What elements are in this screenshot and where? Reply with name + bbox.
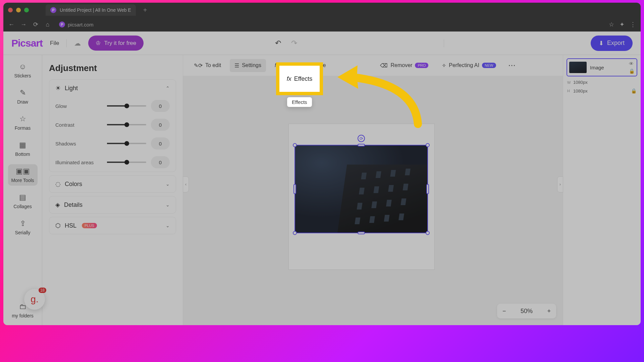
plus-badge: PLUS bbox=[82, 223, 97, 228]
bookmark-icon[interactable]: ☆ bbox=[609, 21, 614, 28]
selection-frame[interactable]: ⟳ bbox=[294, 145, 428, 233]
window-maximize-icon[interactable] bbox=[24, 8, 29, 12]
resize-handle-top[interactable] bbox=[358, 144, 365, 146]
slider-knob[interactable] bbox=[124, 160, 129, 165]
nav-home-icon[interactable]: ⌂ bbox=[44, 21, 51, 28]
tool-de[interactable]: ▧ De bbox=[307, 59, 330, 72]
redo-button[interactable]: ↷ bbox=[291, 39, 297, 48]
visibility-icon[interactable]: 👁 bbox=[629, 61, 635, 66]
dim-key-w: W bbox=[567, 80, 571, 84]
tool-remover[interactable]: ⌫ Remover PRO bbox=[375, 59, 433, 72]
tool-effects[interactable]: fx Effects bbox=[270, 59, 303, 72]
artboard[interactable]: ⟳ bbox=[289, 124, 434, 269]
zoom-in-button[interactable]: + bbox=[547, 308, 551, 315]
more-tools-icon[interactable]: ⋯ bbox=[505, 61, 519, 70]
slider-knob[interactable] bbox=[124, 122, 129, 127]
tab-favicon-icon: P bbox=[50, 7, 56, 13]
rotate-handle[interactable]: ⟳ bbox=[358, 135, 365, 142]
resize-handle-br[interactable] bbox=[426, 231, 430, 235]
slider-track[interactable] bbox=[107, 105, 146, 107]
extensions-icon[interactable]: ✦ bbox=[620, 21, 625, 28]
new-tab-button[interactable]: + bbox=[139, 6, 151, 14]
slider-value[interactable]: 0 bbox=[151, 137, 170, 149]
slider-value[interactable]: 0 bbox=[151, 100, 170, 112]
tool-to-edit[interactable]: ✎⟳ To edit bbox=[189, 59, 226, 72]
edit-icon: ✎⟳ bbox=[194, 62, 203, 69]
dim-value-w: 1080px bbox=[573, 80, 588, 85]
nav-back-icon[interactable]: ← bbox=[8, 21, 15, 28]
slider-value[interactable]: 0 bbox=[151, 119, 170, 131]
collapse-left-panel[interactable]: ‹ bbox=[183, 176, 189, 192]
undo-button[interactable]: ↶ bbox=[275, 39, 281, 48]
export-label: Export bbox=[607, 40, 625, 47]
section-details[interactable]: ◈ Details ⌄ bbox=[49, 196, 176, 214]
resize-handle-right[interactable] bbox=[426, 184, 429, 194]
rail-collages[interactable]: ▤ Collages bbox=[8, 190, 38, 212]
undo-redo-group: ↶ ↷ bbox=[275, 39, 297, 48]
tool-settings[interactable]: ☰ Settings bbox=[230, 59, 266, 72]
rail-serially[interactable]: ⇪ Serially bbox=[8, 217, 38, 238]
section-light: ☀ Light ⌃ Glow 0 Contrast 0 Shadows bbox=[49, 79, 176, 172]
nav-forward-icon[interactable]: → bbox=[20, 21, 27, 28]
rail-stickers[interactable]: ☺ Stickers bbox=[8, 60, 38, 81]
resize-handle-left[interactable] bbox=[293, 184, 296, 194]
assistant-bubble[interactable]: g. 18 bbox=[24, 289, 45, 310]
tool-label: Effects bbox=[281, 62, 298, 68]
lock-icon[interactable]: 🔒 bbox=[631, 88, 637, 94]
rail-draw[interactable]: ✎ Draw bbox=[8, 86, 38, 107]
stickers-icon: ☺ bbox=[19, 62, 26, 71]
chevron-down-icon: ⌄ bbox=[166, 181, 170, 187]
browser-menu-icon[interactable]: ⋮ bbox=[630, 21, 636, 28]
notification-badge: 18 bbox=[39, 288, 46, 293]
section-colors[interactable]: ◌ Colors ⌄ bbox=[49, 175, 176, 193]
collage-icon: ▤ bbox=[19, 193, 26, 202]
left-rail: ☺ Stickers ✎ Draw ☆ Formas ▦ Bottom ▣▣ M… bbox=[3, 55, 42, 325]
slider-label: Contrast bbox=[55, 122, 102, 128]
slider-knob[interactable] bbox=[124, 141, 129, 146]
brand-logo[interactable]: Picsart bbox=[11, 38, 43, 49]
window-close-icon[interactable] bbox=[8, 8, 13, 12]
resize-handle-tl[interactable] bbox=[293, 143, 297, 147]
tab-title: Untitled Project | All In One Web E bbox=[60, 7, 131, 13]
chevron-down-icon: ⌄ bbox=[166, 202, 170, 207]
resize-handle-tr[interactable] bbox=[426, 143, 430, 147]
url-text: picsart.com bbox=[68, 22, 94, 27]
zoom-out-button[interactable]: − bbox=[502, 308, 506, 315]
slider-track[interactable] bbox=[107, 162, 146, 163]
section-light-header[interactable]: ☀ Light ⌃ bbox=[49, 80, 176, 97]
tool-perfecting-ai[interactable]: ✧ Perfecting AI NEW bbox=[437, 59, 500, 72]
section-label: HSL bbox=[65, 222, 76, 229]
nav-reload-icon[interactable]: ⟳ bbox=[32, 21, 39, 28]
lock-icon[interactable]: 🔒 bbox=[629, 68, 635, 74]
dimension-width: W 1080px bbox=[567, 80, 637, 85]
resize-handle-bottom[interactable] bbox=[358, 232, 365, 234]
zoom-value[interactable]: 50% bbox=[521, 308, 533, 315]
browser-tab[interactable]: P Untitled Project | All In One Web E bbox=[46, 4, 136, 16]
slider-knob[interactable] bbox=[124, 104, 129, 108]
try-free-button[interactable]: ♔ Try it for free bbox=[88, 36, 144, 51]
url-field[interactable]: P picsart.com bbox=[59, 21, 603, 27]
rail-bottom[interactable]: ▦ Bottom bbox=[8, 138, 38, 160]
canvas[interactable]: ‹ › ⟳ bbox=[183, 76, 563, 325]
section-hsl[interactable]: ⬡ HSL PLUS ⌄ bbox=[49, 217, 176, 234]
slider-track[interactable] bbox=[107, 124, 146, 125]
window-minimize-icon[interactable] bbox=[16, 8, 21, 12]
slider-track[interactable] bbox=[107, 143, 146, 144]
main-area: ☺ Stickers ✎ Draw ☆ Formas ▦ Bottom ▣▣ M… bbox=[3, 55, 641, 325]
titlebar: P Untitled Project | All In One Web E + bbox=[3, 3, 641, 17]
layer-item[interactable]: Image 👁 🔒 bbox=[567, 58, 637, 76]
file-menu[interactable]: File bbox=[50, 40, 59, 47]
resize-handle-bl[interactable] bbox=[293, 231, 297, 235]
collapse-right-panel[interactable]: › bbox=[557, 176, 563, 192]
new-badge: NEW bbox=[482, 63, 496, 68]
slider-label: Glow bbox=[55, 103, 102, 109]
url-favicon-icon: P bbox=[59, 21, 65, 27]
rail-more-tools[interactable]: ▣▣ More Tools bbox=[8, 164, 38, 186]
divider bbox=[66, 39, 67, 47]
eraser-icon: ⌫ bbox=[380, 62, 388, 69]
cloud-sync-icon[interactable]: ☁ bbox=[74, 39, 81, 47]
rail-formas[interactable]: ☆ Formas bbox=[8, 112, 38, 133]
slider-value[interactable]: 0 bbox=[151, 156, 170, 168]
export-button[interactable]: ⬇ Export bbox=[591, 36, 633, 51]
canvas-image[interactable] bbox=[295, 145, 427, 233]
